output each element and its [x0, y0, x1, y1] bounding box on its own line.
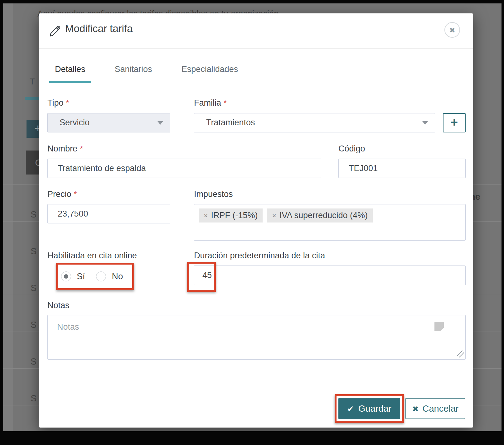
edit-pencil-icon: [49, 25, 61, 37]
precio-label-text: Precio: [47, 189, 71, 199]
notas-textarea[interactable]: [47, 315, 466, 360]
habilitada-label: Habilitada en cita online: [47, 251, 137, 261]
impuestos-label: Impuestos: [194, 189, 233, 199]
remove-tag-icon[interactable]: ×: [272, 212, 276, 220]
tipo-select[interactable]: Servicio: [47, 113, 170, 132]
impuestos-multiselect[interactable]: ×IRPF (-15%) ×IVA superreducido (4%): [194, 204, 466, 241]
chevron-down-icon: [158, 121, 163, 125]
required-asterisk: *: [74, 190, 77, 199]
remove-tag-icon[interactable]: ×: [204, 212, 208, 220]
codigo-label: Código: [338, 144, 365, 154]
nombre-label-text: Nombre: [47, 144, 77, 153]
duracion-input[interactable]: [194, 266, 466, 285]
radio-si[interactable]: Sí: [61, 271, 85, 281]
modal-header: Modificar tarifa ✖: [39, 13, 473, 49]
note-icon: [434, 322, 444, 331]
background-left-strip: [3, 3, 13, 431]
background-row-fragment: S: [31, 356, 36, 367]
codigo-input[interactable]: [338, 159, 466, 178]
close-icon[interactable]: ✖: [444, 22, 460, 38]
radio-si-label: Sí: [77, 271, 85, 281]
required-asterisk: *: [66, 98, 69, 107]
familia-select[interactable]: Tratamientos: [194, 113, 435, 132]
footer-divider: [39, 388, 473, 388]
radio-selected-icon[interactable]: [61, 271, 71, 281]
background-row-fragment: S: [31, 246, 36, 256]
tax-tag-irpf: ×IRPF (-15%): [199, 208, 263, 222]
cancel-button-label: Cancelar: [422, 404, 458, 414]
required-asterisk: *: [80, 144, 83, 153]
save-button[interactable]: ✔Guardar: [338, 398, 400, 419]
notas-label: Notas: [47, 301, 70, 310]
habilitada-radio-group: Sí No: [56, 263, 134, 290]
background-row-fragment: S: [31, 283, 36, 293]
tax-tag-iva: ×IVA superreducido (4%): [267, 208, 373, 222]
dimmed-background: Aquí puedes configurar las tarifas dispo…: [3, 3, 502, 431]
precio-input[interactable]: [47, 204, 170, 223]
modal-title: Modificar tarifa: [65, 23, 133, 35]
nombre-label: Nombre*: [47, 144, 83, 154]
tax-tag-label: IVA superreducido (4%): [279, 211, 368, 220]
chevron-down-icon: [422, 121, 428, 125]
familia-select-value: Tratamientos: [206, 118, 255, 127]
tipo-label: Tipo*: [47, 98, 69, 108]
precio-label: Precio*: [47, 189, 77, 199]
tipo-select-value: Servicio: [60, 118, 90, 127]
x-icon: ✖: [412, 404, 419, 413]
tipo-label-text: Tipo: [47, 98, 64, 108]
add-familia-button[interactable]: +: [443, 113, 466, 132]
radio-no[interactable]: No: [96, 271, 123, 281]
background-tab-fragment: T: [30, 77, 35, 87]
nombre-input[interactable]: [47, 159, 321, 178]
duracion-label: Duración predeterminada de la cita: [194, 251, 325, 261]
textarea-resize-handle[interactable]: [457, 351, 464, 357]
background-row-fragment: S: [31, 209, 36, 220]
background-row-fragment: S: [31, 393, 36, 404]
save-button-label: Guardar: [358, 404, 391, 414]
required-asterisk: *: [224, 98, 227, 107]
cancel-button[interactable]: ✖Cancelar: [405, 398, 465, 419]
check-icon: ✔: [347, 404, 354, 414]
tab-especialidades[interactable]: Especialidades: [176, 65, 244, 83]
radio-no-label: No: [112, 271, 123, 281]
familia-label-text: Familia: [194, 98, 221, 108]
familia-label: Familia*: [194, 98, 227, 108]
radio-unselected-icon[interactable]: [96, 271, 106, 281]
tax-tag-label: IRPF (-15%): [211, 211, 258, 220]
tab-sanitarios[interactable]: Sanitarios: [109, 65, 158, 83]
tab-detalles[interactable]: Detalles: [49, 65, 91, 83]
modal-tabs: Detalles Sanitarios Especialidades: [39, 48, 473, 82]
modify-rate-modal: Modificar tarifa ✖ Detalles Sanitarios E…: [39, 13, 473, 428]
background-row-fragment: S: [31, 320, 36, 330]
